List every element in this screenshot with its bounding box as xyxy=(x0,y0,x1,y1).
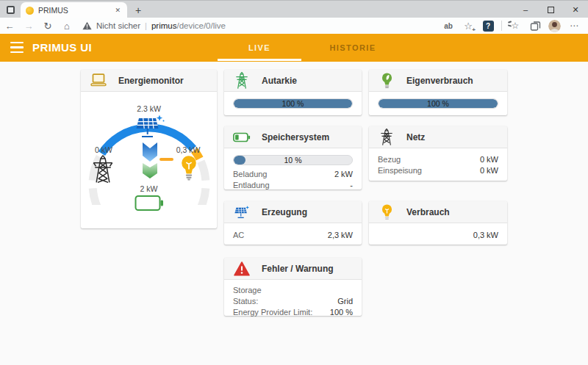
tab-actions-icon xyxy=(7,6,15,14)
toolbar-separator xyxy=(501,21,502,31)
card-eigenverbrauch: Eigenverbrauch 100 % xyxy=(369,70,507,115)
value-row: AC2,3 kW xyxy=(233,230,353,241)
card-title: Fehler / Warnung xyxy=(262,264,334,274)
card-verbrauch: Verbrauch 0,3 kW xyxy=(369,201,507,245)
value-row: Entladung- xyxy=(233,180,353,191)
browser-tab[interactable]: PRIMUS ✕ xyxy=(21,2,127,18)
read-aloud-icon[interactable]: ab xyxy=(442,19,455,32)
grid-power-value: 0 kW xyxy=(85,145,122,154)
eigenverbrauch-progress-bar: 100 % xyxy=(378,98,498,109)
tab-close-icon[interactable]: ✕ xyxy=(113,5,122,15)
progress-label: 100 % xyxy=(234,99,352,108)
card-speichersystem: Speichersystem 10 % Beladung2 kW Entladu… xyxy=(224,126,362,189)
browser-window: PRIMUS ✕ + – ✕ ← → ↻ ⌂ Nicht sicher | pr… xyxy=(0,0,588,365)
site-favicon xyxy=(26,7,34,15)
card-fehler-warnung: Fehler / Warnung Storage Status:Grid Ene… xyxy=(224,258,362,316)
solar-panel-icon xyxy=(133,115,165,142)
card-title: Speichersystem xyxy=(262,132,329,142)
address-divider: | xyxy=(145,21,147,30)
progress-label: 10 % xyxy=(234,156,352,165)
settings-menu-icon[interactable]: ⋯ xyxy=(567,19,581,32)
card-energiemonitor: Energiemonitor 2.3 kW xyxy=(81,70,217,228)
not-secure-warning-icon xyxy=(82,21,92,30)
consumption-flow-line xyxy=(159,158,173,161)
autarkie-progress-bar: 100 % xyxy=(233,98,353,109)
browser-tab-strip: PRIMUS ✕ + – ✕ xyxy=(0,0,588,18)
value-row: Beladung2 kW xyxy=(233,169,353,180)
home-button[interactable]: ⌂ xyxy=(57,21,76,32)
window-controls: – ✕ xyxy=(513,1,588,18)
card-title: Netz xyxy=(406,132,425,142)
card-erzeugung: Erzeugung AC2,3 kW xyxy=(224,201,362,245)
maximize-icon xyxy=(548,7,554,13)
browser-toolbar: ← → ↻ ⌂ Nicht sicher | primus/device/0/l… xyxy=(0,18,588,34)
solar-flow-arrow-icon xyxy=(143,142,157,162)
tab-live[interactable]: LIVE xyxy=(218,34,301,62)
maximize-button[interactable] xyxy=(538,1,563,18)
tab-historie[interactable]: HISTORIE xyxy=(311,34,395,62)
battery-power-value: 2 kW xyxy=(81,184,217,193)
speicher-progress-bar: 10 % xyxy=(233,155,353,165)
card-title: Erzeugung xyxy=(262,207,307,217)
bulb-icon xyxy=(180,153,198,184)
menu-hamburger-icon[interactable] xyxy=(10,42,24,53)
address-bar[interactable]: Nicht sicher | primus/device/0/live xyxy=(82,18,442,33)
value-row: Bezug0 kW xyxy=(378,154,498,165)
value-row: Einspeisung0 kW xyxy=(378,165,498,176)
value-row: Energy Provider Limit:100 % xyxy=(233,307,353,318)
url-path: /device/0/live xyxy=(176,21,225,30)
favorites-icon[interactable]: ☆ xyxy=(509,19,522,32)
value-row: 0,3 kW xyxy=(378,230,498,241)
battery-flow-arrow-icon xyxy=(143,163,157,179)
new-tab-button[interactable]: + xyxy=(131,3,146,18)
close-button[interactable]: ✕ xyxy=(563,1,588,18)
tab-actions-button[interactable] xyxy=(4,4,17,15)
power-tower-icon xyxy=(90,155,115,186)
solar-power-value: 2.3 kW xyxy=(81,104,217,113)
forward-button: → xyxy=(19,21,38,32)
card-title: Autarkie xyxy=(262,76,297,86)
value-row: Status:Grid xyxy=(233,296,353,307)
dashboard: Energiemonitor 2.3 kW xyxy=(0,62,588,365)
card-title: Verbrauch xyxy=(406,207,450,217)
power-tower-icon xyxy=(378,129,395,145)
reload-button[interactable]: ↻ xyxy=(38,21,57,32)
warning-triangle-icon xyxy=(233,261,251,277)
tab-title: PRIMUS xyxy=(38,6,109,15)
card-title: Eigenverbrauch xyxy=(406,76,473,86)
minimize-button[interactable]: – xyxy=(513,1,538,18)
green-tower-icon xyxy=(233,73,251,89)
battery-icon xyxy=(233,129,251,145)
profile-avatar[interactable] xyxy=(548,20,561,32)
collections-icon[interactable] xyxy=(528,19,542,32)
security-label: Nicht sicher xyxy=(96,21,140,30)
solar-panel-icon xyxy=(233,204,251,220)
card-netz: Netz Bezug0 kW Einspeisung0 kW xyxy=(369,126,507,181)
active-tab-underline xyxy=(218,59,301,61)
url-host: primus xyxy=(151,21,177,30)
energy-flow-ring: 2.3 kW xyxy=(81,92,217,228)
add-favorite-icon[interactable]: ☆+ xyxy=(462,19,475,32)
app-title: PRIMUS UI xyxy=(32,34,92,62)
url-text: primus/device/0/live xyxy=(151,21,226,30)
card-autarkie: Autarkie 100 % xyxy=(224,70,362,115)
toolbar-icons: ab ☆+ ? ☆ ⋯ xyxy=(442,19,588,32)
back-button[interactable]: ← xyxy=(0,21,19,32)
app-header: PRIMUS UI LIVE HISTORIE xyxy=(0,34,588,62)
yellow-bulb-icon xyxy=(378,204,395,220)
battery-icon xyxy=(135,195,164,214)
green-bulb-icon xyxy=(378,73,395,89)
progress-label: 100 % xyxy=(379,99,498,108)
extension-icon[interactable]: ? xyxy=(481,19,495,32)
value-row: Storage xyxy=(233,285,353,296)
